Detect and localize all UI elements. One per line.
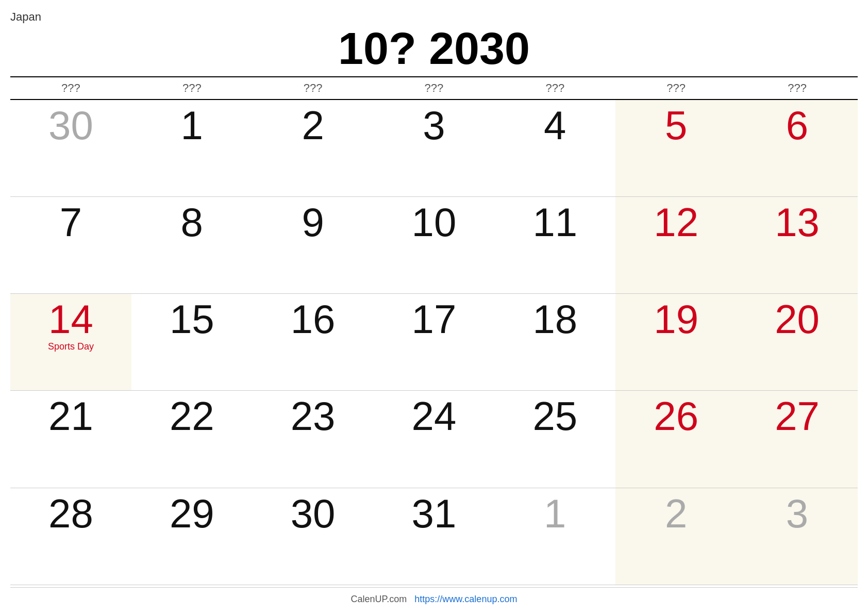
day-number: 9	[255, 202, 371, 242]
week-row-3: 21222324252627	[10, 391, 858, 488]
day-number: 1	[134, 105, 250, 145]
site-name: CalenUP.com	[351, 594, 407, 604]
calendar-cell-w2-d3: 17	[374, 294, 495, 391]
calendar-cell-w4-d3: 31	[374, 488, 495, 585]
calendar-cell-w3-d2: 23	[253, 391, 374, 488]
day-number: 13	[739, 202, 855, 242]
day-number: 1	[497, 493, 613, 534]
calendar-cell-w1-d2: 9	[253, 196, 374, 293]
day-number: 25	[497, 396, 613, 436]
day-number: 22	[134, 396, 250, 436]
week-row-1: 78910111213	[10, 196, 858, 293]
day-number: 2	[618, 493, 734, 534]
day-number: 23	[255, 396, 371, 436]
calendar-cell-w4-d4: 1	[494, 488, 615, 585]
holiday-label: Sports Day	[13, 341, 129, 352]
calendar-cell-w1-d1: 8	[131, 196, 253, 293]
calendar-cell-w2-d1: 15	[131, 294, 253, 391]
day-number: 21	[13, 396, 129, 436]
calendar-cell-w4-d5: 2	[615, 488, 737, 585]
calendar-cell-w3-d0: 21	[10, 391, 131, 488]
calendar-cell-w3-d6: 27	[737, 391, 858, 488]
day-number: 30	[13, 105, 129, 145]
day-number: 15	[134, 299, 250, 339]
day-number: 4	[497, 105, 613, 145]
weekday-header-0: ???	[10, 77, 131, 99]
day-number: 8	[134, 202, 250, 242]
calendar-cell-w2-d2: 16	[253, 294, 374, 391]
day-number: 12	[618, 202, 734, 242]
month-title: 10? 2030	[10, 26, 858, 71]
footer: CalenUP.com https://www.calenup.com	[10, 587, 858, 609]
calendar-cell-w4-d1: 29	[131, 488, 253, 585]
calendar-cell-w2-d6: 20	[737, 294, 858, 391]
day-number: 16	[255, 299, 371, 339]
day-number: 24	[376, 396, 492, 436]
calendar-cell-w0-d0: 30	[10, 99, 131, 196]
calendar-cell-w0-d1: 1	[131, 99, 253, 196]
weekday-header-2: ???	[253, 77, 374, 99]
day-number: 27	[739, 396, 855, 436]
week-row-0: 30123456	[10, 99, 858, 196]
day-number: 2	[255, 105, 371, 145]
day-number: 10	[376, 202, 492, 242]
weekday-header-1: ???	[131, 77, 253, 99]
calendar-cell-w4-d6: 3	[737, 488, 858, 585]
calendar-cell-w2-d0: 14Sports Day	[10, 294, 131, 391]
day-number: 3	[376, 105, 492, 145]
calendar-cell-w1-d5: 12	[615, 196, 737, 293]
calendar-table: ????????????????????? 301234567891011121…	[10, 76, 858, 585]
day-number: 18	[497, 299, 613, 339]
calendar-cell-w3-d5: 26	[615, 391, 737, 488]
day-number: 19	[618, 299, 734, 339]
day-number: 11	[497, 202, 613, 242]
calendar-cell-w1-d4: 11	[494, 196, 615, 293]
calendar-cell-w0-d4: 4	[494, 99, 615, 196]
calendar-cell-w0-d3: 3	[374, 99, 495, 196]
calendar-cell-w1-d6: 13	[737, 196, 858, 293]
calendar-cell-w3-d3: 24	[374, 391, 495, 488]
weekday-header-3: ???	[374, 77, 495, 99]
calendar-cell-w3-d4: 25	[494, 391, 615, 488]
weekday-header-5: ???	[615, 77, 737, 99]
day-number: 26	[618, 396, 734, 436]
calendar-cell-w3-d1: 22	[131, 391, 253, 488]
day-number: 7	[13, 202, 129, 242]
country-label: Japan	[10, 10, 858, 24]
day-number: 28	[13, 493, 129, 534]
calendar-cell-w1-d3: 10	[374, 196, 495, 293]
weekday-header-row: ?????????????????????	[10, 77, 858, 99]
week-row-4: 28293031123	[10, 488, 858, 585]
day-number: 3	[739, 493, 855, 534]
calendar-cell-w4-d0: 28	[10, 488, 131, 585]
day-number: 5	[618, 105, 734, 145]
weekday-header-4: ???	[494, 77, 615, 99]
day-number: 20	[739, 299, 855, 339]
calendar-cell-w0-d5: 5	[615, 99, 737, 196]
day-number: 31	[376, 493, 492, 534]
day-number: 14	[13, 299, 129, 339]
calendar-cell-w0-d6: 6	[737, 99, 858, 196]
calendar-body: 301234567891011121314Sports Day151617181…	[10, 99, 858, 585]
weekday-header-6: ???	[737, 77, 858, 99]
week-row-2: 14Sports Day151617181920	[10, 294, 858, 391]
calendar-cell-w2-d4: 18	[494, 294, 615, 391]
calendar-cell-w1-d0: 7	[10, 196, 131, 293]
calendar-cell-w4-d2: 30	[253, 488, 374, 585]
calendar-cell-w2-d5: 19	[615, 294, 737, 391]
day-number: 6	[739, 105, 855, 145]
calendar-cell-w0-d2: 2	[253, 99, 374, 196]
site-url[interactable]: https://www.calenup.com	[414, 594, 517, 604]
day-number: 17	[376, 299, 492, 339]
day-number: 30	[255, 493, 371, 534]
calendar-page: Japan 10? 2030 ????????????????????? 301…	[0, 0, 868, 614]
day-number: 29	[134, 493, 250, 534]
